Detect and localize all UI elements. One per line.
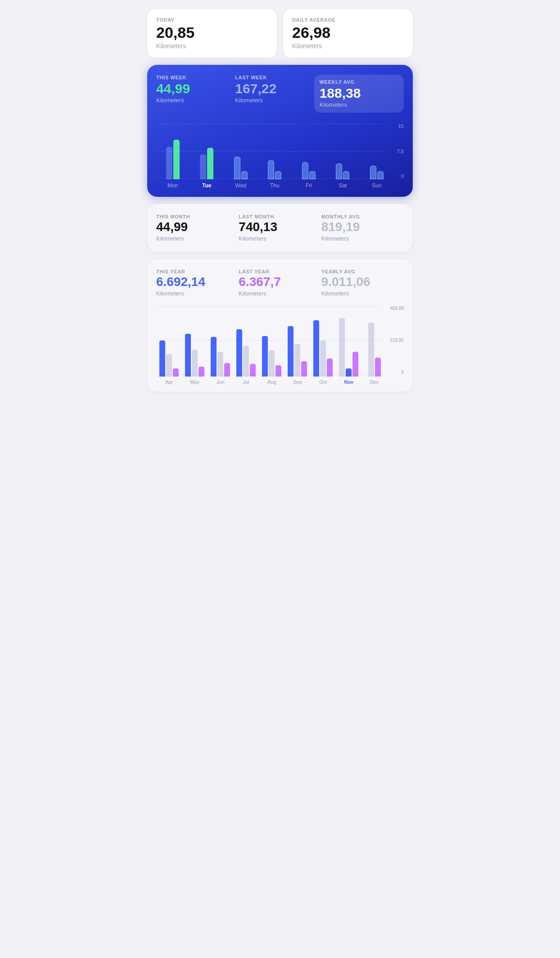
yearly-y-mid: 229,95: [390, 338, 404, 343]
today-card: TODAY 20,85 Kilometers: [147, 9, 277, 58]
month-label-apr: Apr: [165, 379, 173, 385]
last-month-stat: LAST MONTH 740,13 Kilometers: [239, 214, 321, 242]
weekly-card: THIS WEEK 44,99 Kilometers LAST WEEK 167…: [147, 65, 413, 197]
y-mid: 7,5: [397, 149, 404, 154]
last-week-value: 167,22: [235, 81, 314, 96]
bar-sep: Sep: [285, 306, 310, 385]
yearly-y-axis: 459,89 229,95 0: [390, 306, 404, 385]
bar-apr: Apr: [156, 306, 182, 385]
this-month-value: 44,99: [156, 220, 239, 234]
day-label-fri: Fri: [306, 182, 312, 189]
last-week-label: LAST WEEK: [235, 75, 314, 80]
yearly-avg-value: 9.011,06: [321, 275, 404, 289]
last-month-unit: Kilometers: [239, 235, 321, 242]
bar-nov: Nov: [336, 306, 361, 385]
y-bot: 0: [401, 173, 404, 179]
day-label-wed: Wed: [235, 182, 246, 189]
this-month-stat: THIS MONTH 44,99 Kilometers: [156, 214, 239, 242]
month-label-dec: Dec: [370, 379, 379, 385]
this-month-label: THIS MONTH: [156, 214, 239, 219]
this-week-unit: Kilometers: [156, 97, 235, 104]
this-month-unit: Kilometers: [156, 235, 239, 242]
day-label-sun: Sun: [372, 182, 381, 189]
bar-may: May: [182, 306, 208, 385]
month-label-aug: Aug: [267, 379, 276, 385]
bar-mon: Mon: [156, 123, 190, 189]
bar-sat: Sat: [326, 123, 360, 189]
bar-tue: Tue: [190, 123, 224, 189]
monthly-avg-label: MONTHLY AVG: [321, 214, 404, 219]
bar-jul: Jul: [233, 306, 259, 385]
bar-jun: Jun: [208, 306, 233, 385]
month-label-may: May: [190, 379, 199, 385]
daily-avg-card: DAILY AVERAGE 26,98 Kilometers: [283, 9, 413, 58]
this-year-label: THIS YEAR: [156, 269, 239, 274]
day-label-thu: Thu: [270, 182, 280, 189]
this-year-unit: Kilometers: [156, 290, 239, 297]
this-year-value: 6.692,14: [156, 275, 239, 289]
monthly-avg-unit: Kilometers: [321, 235, 404, 242]
monthly-card: THIS MONTH 44,99 Kilometers LAST MONTH 7…: [147, 204, 413, 252]
weekly-avg-unit: Kilometers: [320, 101, 398, 108]
month-label-nov: Nov: [344, 379, 353, 385]
bar-aug: Aug: [259, 306, 285, 385]
yearly-avg-stat: YEARLY AVG 9.011,06 Kilometers: [321, 269, 404, 297]
today-label: TODAY: [156, 17, 268, 23]
month-label-oct: Oct: [319, 379, 327, 385]
last-month-value: 740,13: [239, 220, 321, 234]
month-label-sep: Sep: [293, 379, 302, 385]
day-label-mon: Mon: [167, 182, 178, 189]
month-label-jul: Jul: [243, 379, 249, 385]
monthly-avg-value: 819,19: [321, 220, 404, 234]
today-value: 20,85: [156, 24, 268, 41]
this-week-label: THIS WEEK: [156, 75, 235, 80]
daily-avg-unit: Kilometers: [292, 42, 404, 50]
yearly-avg-label: YEARLY AVG: [321, 269, 404, 274]
bar-sun: Sun: [360, 123, 393, 189]
this-year-stat: THIS YEAR 6.692,14 Kilometers: [156, 269, 239, 297]
yearly-avg-unit: Kilometers: [321, 290, 404, 297]
weekly-avg-value: 188,38: [320, 86, 398, 100]
weekly-avg-label: WEEKLY AVG: [320, 79, 398, 85]
this-week-value: 44,99: [156, 81, 235, 96]
bar-dec: Dec: [361, 306, 387, 385]
monthly-avg-stat: MONTHLY AVG 819,19 Kilometers: [321, 214, 404, 242]
yearly-card: THIS YEAR 6.692,14 Kilometers LAST YEAR …: [147, 259, 413, 392]
day-label-sat: Sat: [339, 182, 347, 189]
last-year-label: LAST YEAR: [239, 269, 321, 274]
weekly-avg-stat: WEEKLY AVG 188,38 Kilometers: [314, 75, 404, 113]
weekly-y-axis: 15 7,5 0: [397, 123, 404, 189]
last-week-unit: Kilometers: [235, 97, 314, 104]
day-label-tue: Tue: [202, 182, 211, 189]
last-month-label: LAST MONTH: [239, 214, 321, 219]
bar-oct: Oct: [310, 306, 336, 385]
bar-thu: Thu: [258, 123, 292, 189]
bar-fri: Fri: [292, 123, 325, 189]
daily-avg-label: DAILY AVERAGE: [292, 17, 404, 23]
y-top: 15: [398, 123, 404, 129]
bar-wed: Wed: [224, 123, 257, 189]
yearly-y-top: 459,89: [390, 306, 404, 311]
last-week-stat: LAST WEEK 167,22 Kilometers: [235, 75, 314, 113]
month-label-jun: Jun: [217, 379, 225, 385]
daily-avg-value: 26,98: [292, 24, 404, 41]
yearly-y-bot: 0: [401, 370, 404, 375]
last-year-value: 6.367,7: [239, 275, 321, 289]
this-week-stat: THIS WEEK 44,99 Kilometers: [156, 75, 235, 113]
last-year-stat: LAST YEAR 6.367,7 Kilometers: [239, 269, 321, 297]
last-year-unit: Kilometers: [239, 290, 321, 297]
today-unit: Kilometers: [156, 42, 268, 50]
